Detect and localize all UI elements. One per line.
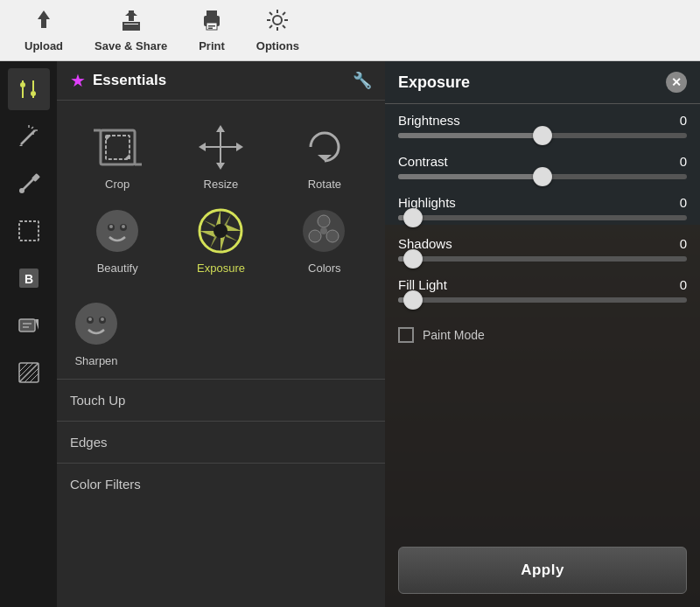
- crop-label: Crop: [105, 178, 130, 191]
- contrast-value: 0: [661, 154, 687, 169]
- fill-light-thumb[interactable]: [403, 290, 423, 310]
- beautify-tool[interactable]: Beautify: [66, 198, 169, 282]
- essentials-title: Essentials: [93, 72, 353, 89]
- exposure-content: Brightness 0 Contrast 0: [385, 104, 700, 538]
- save-share-button[interactable]: Save & Share: [79, 9, 183, 52]
- highlights-slider-row: Highlights 0: [398, 195, 687, 220]
- exposure-label: Exposure: [197, 262, 245, 275]
- sidebar-icon-brush[interactable]: [8, 163, 50, 205]
- sidebar-icon-magic[interactable]: [8, 115, 50, 157]
- svg-rect-4: [123, 24, 139, 30]
- svg-line-45: [19, 363, 28, 372]
- sidebar-icon-frame[interactable]: [8, 210, 50, 252]
- sidebar-icon-text[interactable]: B: [8, 257, 50, 299]
- highlights-value: 0: [661, 195, 687, 210]
- svg-point-32: [19, 188, 24, 193]
- beautify-label: Beautify: [97, 262, 138, 275]
- brightness-slider-row: Brightness 0: [398, 113, 687, 138]
- contrast-label: Contrast: [398, 154, 448, 169]
- svg-line-17: [283, 12, 285, 15]
- svg-point-75: [88, 317, 92, 321]
- right-panel: Exposure ✕ Brightness 0: [385, 61, 700, 607]
- svg-marker-56: [216, 163, 225, 170]
- svg-point-68: [318, 215, 330, 227]
- svg-point-70: [326, 230, 339, 242]
- sidebar-icon-sticker[interactable]: [8, 304, 50, 346]
- paint-mode-row: Paint Mode: [398, 318, 687, 352]
- rotate-tool[interactable]: Rotate: [273, 114, 376, 198]
- shadows-slider-row: Shadows 0: [398, 236, 687, 262]
- tool-grid: Crop Resize: [57, 101, 385, 290]
- exposure-panel-title: Exposure: [398, 73, 666, 92]
- svg-marker-52: [124, 154, 130, 159]
- svg-rect-6: [206, 10, 217, 17]
- svg-rect-8: [208, 25, 215, 27]
- shadows-track[interactable]: [398, 256, 687, 262]
- svg-rect-9: [208, 27, 213, 29]
- options-button[interactable]: Options: [241, 9, 315, 52]
- crop-icon: [91, 121, 144, 173]
- svg-line-15: [270, 12, 272, 15]
- colors-tool[interactable]: Colors: [273, 198, 376, 282]
- sharpen-tool[interactable]: Sharpen: [66, 290, 127, 374]
- options-label: Options: [256, 39, 299, 52]
- svg-marker-58: [236, 143, 243, 151]
- crop-tool[interactable]: Crop: [66, 114, 169, 198]
- color-filters-section[interactable]: Color Filters: [57, 463, 385, 505]
- tools-panel: ★ Essentials 🔧: [57, 61, 385, 607]
- paint-mode-checkbox[interactable]: [398, 327, 414, 343]
- wrench-icon[interactable]: 🔧: [353, 71, 372, 90]
- upload-button[interactable]: Upload: [9, 9, 79, 52]
- resize-tool[interactable]: Resize: [169, 114, 272, 198]
- main-area: B ★ Essentials �: [0, 61, 700, 607]
- paint-mode-label: Paint Mode: [423, 328, 485, 342]
- sharpen-icon: [70, 297, 122, 350]
- star-icon: ★: [70, 70, 86, 91]
- svg-point-69: [309, 230, 321, 242]
- rotate-icon: [298, 121, 351, 173]
- upload-label: Upload: [24, 39, 63, 52]
- svg-rect-50: [106, 136, 130, 159]
- highlights-thumb[interactable]: [403, 208, 423, 227]
- print-icon: [200, 9, 223, 37]
- contrast-thumb[interactable]: [533, 167, 552, 186]
- exposure-icon: [194, 205, 247, 257]
- sidebar-icon-layers[interactable]: [8, 68, 50, 110]
- fill-light-track[interactable]: [398, 297, 687, 303]
- exposure-close-button[interactable]: ✕: [666, 72, 687, 93]
- colors-icon: [298, 205, 351, 257]
- upload-icon: [32, 9, 55, 37]
- sharpen-label: Sharpen: [74, 354, 117, 367]
- edges-section[interactable]: Edges: [57, 421, 385, 463]
- svg-point-66: [214, 224, 228, 238]
- shadows-label: Shadows: [398, 236, 452, 251]
- svg-rect-34: [19, 221, 38, 241]
- options-icon: [266, 9, 289, 37]
- svg-point-72: [75, 303, 117, 345]
- svg-line-27: [32, 127, 33, 129]
- svg-point-60: [96, 210, 138, 252]
- fill-light-label: Fill Light: [398, 277, 447, 292]
- print-button[interactable]: Print: [183, 9, 241, 52]
- left-sidebar: B: [0, 61, 57, 607]
- beautify-icon: [91, 205, 144, 257]
- highlights-track[interactable]: [398, 215, 687, 220]
- brightness-thumb[interactable]: [533, 126, 552, 145]
- touch-up-section[interactable]: Touch Up: [57, 379, 385, 421]
- svg-point-63: [109, 225, 113, 228]
- highlights-label: Highlights: [398, 195, 456, 210]
- contrast-track[interactable]: [398, 174, 687, 179]
- sidebar-icon-hatch[interactable]: [8, 352, 50, 394]
- exposure-tool[interactable]: Exposure: [169, 198, 272, 282]
- brightness-track[interactable]: [398, 133, 687, 138]
- svg-marker-51: [106, 136, 111, 141]
- exposure-panel: Exposure ✕ Brightness 0: [385, 61, 700, 607]
- svg-marker-0: [38, 10, 50, 28]
- essentials-header: ★ Essentials 🔧: [57, 61, 385, 101]
- shadows-thumb[interactable]: [403, 249, 423, 269]
- colors-label: Colors: [308, 262, 341, 275]
- fill-light-slider-row: Fill Light 0: [398, 277, 687, 303]
- svg-marker-2: [125, 10, 137, 16]
- brightness-value: 0: [661, 113, 687, 128]
- apply-button[interactable]: Apply: [398, 547, 687, 594]
